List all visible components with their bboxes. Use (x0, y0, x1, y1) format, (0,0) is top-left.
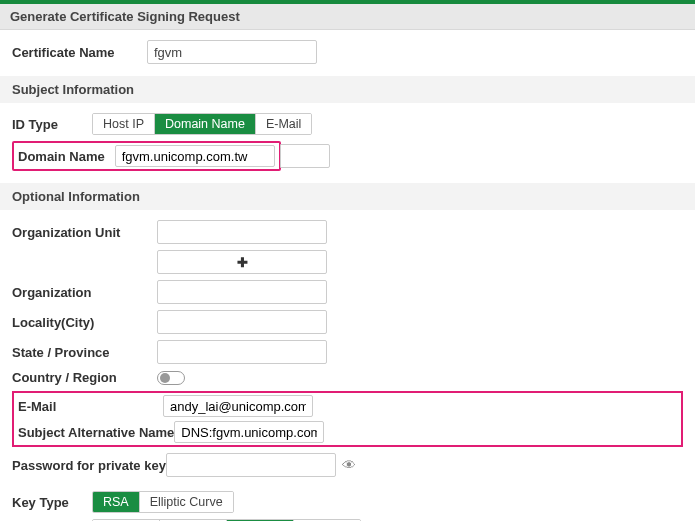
eye-icon[interactable]: 👁 (342, 457, 356, 473)
domain-name-highlight: Domain Name (12, 141, 281, 171)
key-type-label: Key Type (12, 495, 92, 510)
page-title: Generate Certificate Signing Request (0, 4, 695, 30)
add-org-unit-button[interactable]: ✚ (157, 250, 327, 274)
email-san-highlight: E-Mail Subject Alternative Name (12, 391, 683, 447)
domain-name-input[interactable] (115, 145, 275, 167)
email-input[interactable] (163, 395, 313, 417)
org-unit-label: Organization Unit (12, 225, 157, 240)
locality-input[interactable] (157, 310, 327, 334)
domain-name-extra-box[interactable] (280, 144, 330, 168)
country-label: Country / Region (12, 370, 157, 385)
section-optional: Optional Information (0, 183, 695, 210)
cert-name-label: Certificate Name (12, 45, 147, 60)
id-type-email[interactable]: E-Mail (256, 114, 311, 134)
state-label: State / Province (12, 345, 157, 360)
org-unit-input[interactable] (157, 220, 327, 244)
key-type-ec[interactable]: Elliptic Curve (140, 492, 233, 512)
cert-name-input[interactable] (147, 40, 317, 64)
id-type-domain[interactable]: Domain Name (155, 114, 256, 134)
section-subject: Subject Information (0, 76, 695, 103)
pw-label: Password for private key (12, 458, 166, 473)
pw-input[interactable] (166, 453, 336, 477)
key-type-rsa[interactable]: RSA (93, 492, 140, 512)
organization-input[interactable] (157, 280, 327, 304)
domain-name-label: Domain Name (18, 149, 109, 164)
id-type-hostip[interactable]: Host IP (93, 114, 155, 134)
locality-label: Locality(City) (12, 315, 157, 330)
country-toggle[interactable] (157, 371, 185, 385)
email-label: E-Mail (18, 399, 163, 414)
state-input[interactable] (157, 340, 327, 364)
key-type-seg: RSA Elliptic Curve (92, 491, 234, 513)
cert-name-block: Certificate Name (0, 30, 695, 76)
toggle-knob (160, 373, 170, 383)
organization-label: Organization (12, 285, 157, 300)
id-type-seg: Host IP Domain Name E-Mail (92, 113, 312, 135)
san-input[interactable] (174, 421, 324, 443)
optional-block: Organization Unit ✚ Organization Localit… (0, 210, 695, 521)
san-label: Subject Alternative Name (18, 425, 174, 440)
subject-block: ID Type Host IP Domain Name E-Mail Domai… (0, 103, 695, 183)
id-type-label: ID Type (12, 117, 92, 132)
plus-icon: ✚ (237, 255, 248, 270)
